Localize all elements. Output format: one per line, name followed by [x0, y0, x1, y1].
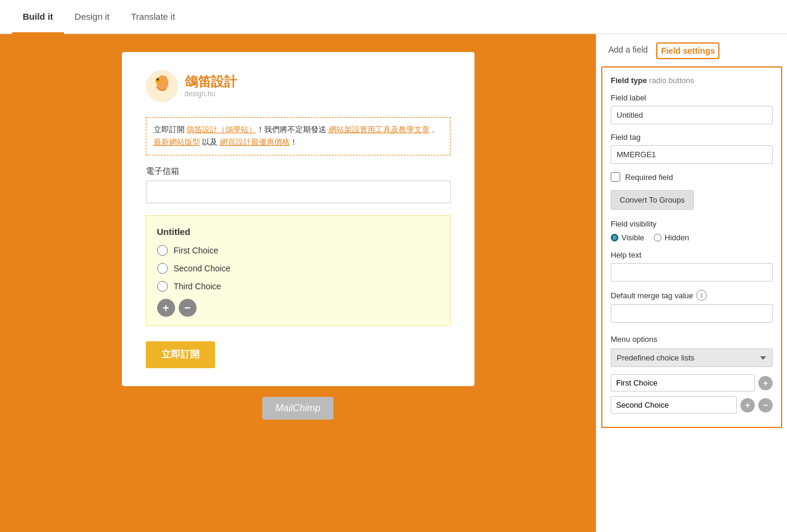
form-card: 鴿笛設計 design.hu 立即訂開 鴿笛設計（鴿學站）！我們將不定期發送 網… [122, 52, 474, 386]
choice-row-1: + [611, 374, 773, 392]
field-tag-input[interactable] [611, 145, 773, 164]
subscription-link-4[interactable]: 網頁設計最優惠價格 [220, 137, 290, 146]
top-nav: Build it Design it Translate it [0, 0, 787, 34]
add-remove-btns: + − [157, 299, 439, 317]
remove-choice-button[interactable]: − [179, 299, 197, 317]
radio-option-3: Third Choice [157, 281, 439, 292]
choice-input-1[interactable] [611, 374, 755, 392]
tab-add-field[interactable]: Add a field [605, 42, 651, 59]
field-label-section: Field label [611, 93, 773, 102]
tab-field-settings[interactable]: Field settings [656, 42, 719, 59]
subscription-text: 立即訂開 鴿笛設計（鴿學站）！我們將不定期發送 網站架設實用工具及教學文章 、 … [146, 117, 451, 155]
predefined-choice-dropdown[interactable]: Predefined choice lists [611, 348, 773, 367]
visibility-hidden[interactable]: Hidden [654, 233, 689, 242]
default-merge-input[interactable] [611, 304, 773, 323]
help-text-label: Help text [611, 250, 773, 259]
subscription-link-1[interactable]: 鴿笛設計（鴿學站） [186, 125, 256, 134]
info-icon: i [696, 290, 707, 301]
email-label: 電子信箱 [146, 166, 451, 177]
visibility-visible-radio[interactable] [611, 234, 618, 241]
radio-third-choice[interactable] [157, 281, 168, 292]
mailchimp-footer: MailChimp [262, 397, 334, 420]
radio-option-2: Second Choice [157, 263, 439, 274]
radio-second-choice[interactable] [157, 263, 168, 274]
choice-add-button-1[interactable]: + [758, 376, 773, 390]
choice-add-button-2[interactable]: + [740, 398, 755, 412]
email-input[interactable] [146, 181, 451, 203]
required-field-label: Required field [625, 173, 673, 182]
required-field-row: Required field [611, 172, 773, 182]
help-text-input[interactable] [611, 263, 773, 282]
logo-sub: design.hu [185, 90, 237, 98]
choice-row-2: + − [611, 396, 773, 414]
canvas-area: 鴿笛設計 design.hu 立即訂開 鴿笛設計（鴿學站）！我們將不定期發送 網… [0, 34, 596, 532]
choice-input-2[interactable] [611, 396, 737, 414]
field-tag-section: Field tag [611, 133, 773, 142]
tab-build[interactable]: Build it [12, 0, 64, 34]
main-layout: 鴿笛設計 design.hu 立即訂開 鴿笛設計（鴿學站）！我們將不定期發送 網… [0, 34, 787, 532]
field-label-input[interactable] [611, 106, 773, 124]
svg-point-2 [155, 77, 163, 84]
subscription-link-3[interactable]: 最新網站版型 [154, 137, 200, 146]
default-merge-row: Default merge tag value i [611, 290, 773, 301]
sidebar-content: Field type radio buttons Field label Fie… [601, 66, 782, 428]
svg-point-3 [157, 78, 159, 81]
sidebar-tabs: Add a field Field settings [596, 34, 787, 59]
logo-image [146, 70, 179, 103]
form-logo: 鴿笛設計 design.hu [146, 70, 451, 103]
subscription-link-2[interactable]: 網站架設實用工具及教學文章 [329, 125, 430, 134]
tab-design[interactable]: Design it [64, 0, 120, 34]
choice-remove-button-2[interactable]: − [758, 398, 773, 412]
radio-option-1: First Choice [157, 245, 439, 256]
right-sidebar: Add a field Field settings Field type ra… [596, 34, 787, 532]
radio-group-section: Untitled First Choice Second Choice Thir… [146, 215, 451, 326]
menu-options-label: Menu options [611, 335, 773, 344]
required-field-checkbox[interactable] [611, 172, 620, 182]
tab-translate[interactable]: Translate it [120, 0, 186, 34]
radio-first-choice[interactable] [157, 245, 168, 256]
convert-to-groups-button[interactable]: Convert To Groups [611, 190, 694, 210]
submit-button[interactable]: 立即訂開 [146, 341, 215, 368]
add-choice-button[interactable]: + [157, 299, 175, 317]
field-visibility-label: Field visibility [611, 219, 773, 228]
field-type-row: Field type radio buttons [611, 76, 773, 85]
radio-group-title: Untitled [157, 227, 439, 237]
field-type-value: radio buttons [649, 76, 694, 85]
visibility-options: Visible Hidden [611, 233, 773, 242]
logo-name: 鴿笛設計 [185, 75, 237, 89]
visibility-visible[interactable]: Visible [611, 233, 644, 242]
visibility-hidden-radio[interactable] [654, 234, 662, 241]
